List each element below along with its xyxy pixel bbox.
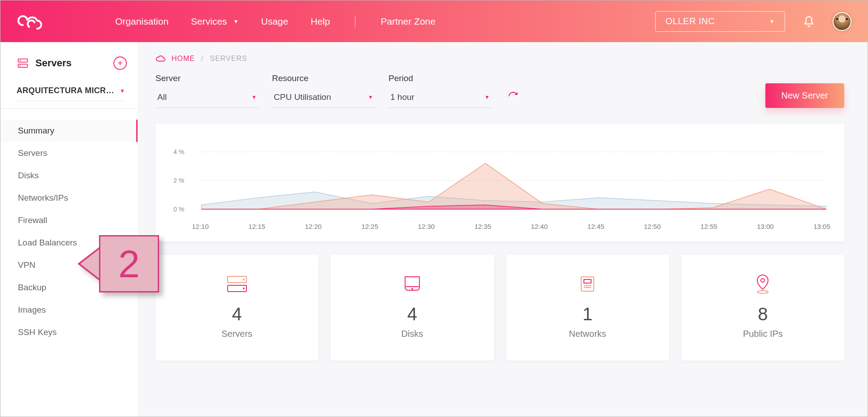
svg-point-12 xyxy=(411,288,413,290)
cloud-logo-icon xyxy=(17,13,43,30)
sidebar-item-summary[interactable]: Summary xyxy=(0,120,138,142)
svg-point-2 xyxy=(20,60,21,61)
breadcrumb: HOME / SERVERS xyxy=(155,54,844,64)
filter-period-select[interactable]: 1 hour ▼ xyxy=(389,90,492,108)
chart-xtick: 13:00 xyxy=(757,223,774,230)
stat-label: Public IPs xyxy=(743,329,783,339)
sidebar-item-disks[interactable]: Disks xyxy=(0,164,138,187)
networks-icon xyxy=(578,273,597,295)
chart-xtick: 12:20 xyxy=(305,223,322,230)
chevron-down-icon: ▼ xyxy=(233,18,239,25)
chart-xtick: 12:35 xyxy=(475,223,492,230)
notifications-bell-icon[interactable] xyxy=(803,16,815,27)
chart-xtick: 12:25 xyxy=(361,223,378,230)
filter-server-label: Server xyxy=(155,73,259,83)
annotation-step-2: 2 xyxy=(78,235,159,292)
sidebar-item-ssh-keys[interactable]: SSH Keys xyxy=(0,321,138,344)
stat-value: 8 xyxy=(758,304,768,324)
user-avatar[interactable] xyxy=(833,12,851,31)
chart-xtick: 12:10 xyxy=(192,223,209,230)
nav-services[interactable]: Services▼ xyxy=(191,16,238,27)
stat-value: 4 xyxy=(407,304,417,324)
chart-ytick: 4 % xyxy=(173,148,184,155)
chevron-down-icon: ▼ xyxy=(484,94,490,100)
chart-xtick: 12:30 xyxy=(418,223,435,230)
logo[interactable] xyxy=(17,13,106,30)
servers-icon xyxy=(226,273,248,295)
svg-point-9 xyxy=(243,279,245,280)
chevron-down-icon: ▼ xyxy=(368,94,373,100)
sidebar-item-servers[interactable]: Servers xyxy=(0,142,138,164)
sidebar-item-firewall[interactable]: Firewall xyxy=(0,209,138,232)
breadcrumb-home[interactable]: HOME xyxy=(172,55,195,63)
stat-card-networks[interactable]: 1Networks xyxy=(506,255,669,361)
sidebar-item-networks-ips[interactable]: Networks/IPs xyxy=(0,187,138,209)
svg-point-3 xyxy=(20,65,21,66)
stat-value: 4 xyxy=(232,304,242,324)
topbar: Organisation Services▼ Usage Help Partne… xyxy=(0,0,868,42)
top-nav: Organisation Services▼ Usage Help Partne… xyxy=(115,16,436,27)
breadcrumb-current: SERVERS xyxy=(210,55,247,63)
stat-card-disks[interactable]: 4Disks xyxy=(331,255,493,361)
filter-server-select[interactable]: All ▼ xyxy=(155,90,259,108)
chart-ytick: 2 % xyxy=(173,177,184,184)
svg-point-10 xyxy=(243,288,245,289)
refresh-button[interactable] xyxy=(508,91,518,103)
chevron-down-icon: ▼ xyxy=(251,94,257,100)
stat-label: Disks xyxy=(401,329,423,339)
chart-xtick: 12:55 xyxy=(700,223,717,230)
nav-help[interactable]: Help xyxy=(311,16,330,27)
project-name: ARQUITECTURA MICROS… xyxy=(17,86,115,95)
stat-label: Servers xyxy=(221,329,252,339)
project-select[interactable]: ARQUITECTURA MICROS… ▼ xyxy=(17,86,125,101)
main-content: HOME / SERVERS Server All ▼ Resource CPU… xyxy=(138,42,868,417)
chart-xtick: 12:40 xyxy=(531,223,548,230)
organisation-select[interactable]: OLLER INC ▼ xyxy=(655,11,785,32)
publicips-icon xyxy=(753,273,773,295)
stat-card-servers[interactable]: 4Servers xyxy=(155,255,318,361)
sidebar-item-images[interactable]: Images xyxy=(0,299,138,321)
nav-usage[interactable]: Usage xyxy=(261,16,289,27)
disks-icon xyxy=(402,273,422,295)
server-stack-icon xyxy=(17,57,29,69)
chart-xtick: 12:45 xyxy=(587,223,605,230)
svg-rect-13 xyxy=(581,277,594,291)
nav-divider xyxy=(355,16,355,27)
svg-rect-1 xyxy=(18,64,28,67)
chart-xtick: 12:50 xyxy=(644,223,661,230)
filter-resource-select[interactable]: CPU Utilisation ▼ xyxy=(272,90,375,108)
stat-card-public-ips[interactable]: 8Public IPs xyxy=(682,255,844,361)
chevron-down-icon: ▼ xyxy=(769,18,775,25)
organisation-selected: OLLER INC xyxy=(665,16,715,26)
svg-point-18 xyxy=(757,291,768,293)
svg-rect-14 xyxy=(584,279,591,283)
filter-resource-label: Resource xyxy=(272,73,375,83)
chart-xtick: 12:15 xyxy=(248,223,265,230)
nav-organisation[interactable]: Organisation xyxy=(115,16,168,27)
utilisation-chart: 4 % 2 % 0 % 12:1012:1512:2012:2512:3012:… xyxy=(155,124,844,241)
filter-period-label: Period xyxy=(389,73,492,83)
cloud-icon xyxy=(155,54,165,64)
chart-xtick: 13:05 xyxy=(813,223,830,230)
stat-value: 1 xyxy=(583,304,592,324)
chart-ytick: 0 % xyxy=(173,206,184,213)
sidebar-title: Servers xyxy=(35,57,72,69)
sidebar: Servers + ARQUITECTURA MICROS… ▼ Summary… xyxy=(0,42,138,417)
new-server-button[interactable]: New Server xyxy=(765,83,844,108)
svg-point-17 xyxy=(761,279,764,282)
add-server-button[interactable]: + xyxy=(113,56,127,70)
stat-label: Networks xyxy=(569,329,606,339)
nav-partner-zone[interactable]: Partner Zone xyxy=(380,16,436,27)
chevron-down-icon: ▼ xyxy=(120,88,125,94)
svg-rect-0 xyxy=(18,59,28,62)
